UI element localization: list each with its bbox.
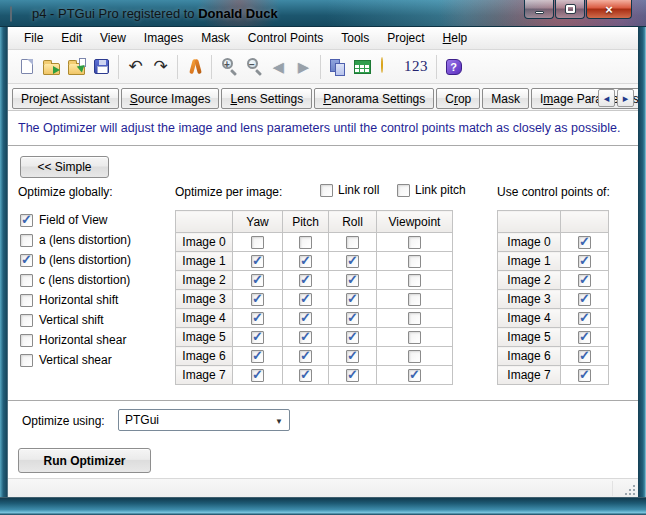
tab-crop[interactable]: Crop (436, 88, 480, 109)
zoom-in-button[interactable]: + (216, 53, 241, 80)
viewpoint-checkbox[interactable] (408, 312, 421, 325)
horizontal-shift-checkbox[interactable] (20, 294, 33, 307)
yaw-checkbox[interactable] (251, 331, 264, 344)
use-cp-checkbox[interactable] (578, 274, 591, 287)
horizontal-shear-checkbox[interactable] (20, 334, 33, 347)
c-distortion-checkbox[interactable] (20, 274, 33, 287)
resize-grip[interactable] (633, 493, 635, 495)
pitch-checkbox[interactable] (299, 255, 312, 268)
pitch-checkbox[interactable] (299, 312, 312, 325)
menu-view[interactable]: View (91, 27, 135, 49)
viewpoint-checkbox[interactable] (408, 331, 421, 344)
tab-source-images[interactable]: Source Images (121, 88, 220, 109)
option-label[interactable]: Vertical shear (39, 353, 112, 367)
menu-file[interactable]: File (15, 27, 52, 49)
roll-checkbox[interactable] (346, 331, 359, 344)
b-distortion-checkbox[interactable] (20, 254, 33, 267)
option-label[interactable]: Field of View (39, 213, 107, 227)
link-roll-label[interactable]: Link roll (338, 183, 379, 197)
titlebar[interactable]: p4 - PTGui Pro registered to Donald Duck… (0, 0, 646, 27)
option-label[interactable]: Horizontal shear (39, 333, 126, 347)
tab-scroll-left-button[interactable]: ◂ (598, 89, 615, 107)
next-image-button[interactable]: ▶ (291, 53, 316, 80)
option-label[interactable]: c (lens distortion) (39, 273, 130, 287)
vertical-shear-checkbox[interactable] (20, 354, 33, 367)
maximize-button[interactable] (555, 0, 585, 19)
minimize-button[interactable] (524, 0, 554, 19)
pitch-checkbox[interactable] (299, 274, 312, 287)
use-cp-checkbox[interactable] (578, 293, 591, 306)
numeric-transform-button[interactable]: 123 (400, 53, 432, 80)
save-as-button[interactable] (64, 53, 89, 80)
yaw-checkbox[interactable] (251, 350, 264, 363)
use-cp-checkbox[interactable] (578, 331, 591, 344)
help-button[interactable]: ? (441, 53, 466, 80)
new-project-button[interactable] (14, 53, 39, 80)
menu-images[interactable]: Images (135, 27, 192, 49)
hint-button[interactable] (375, 53, 400, 80)
option-label[interactable]: Horizontal shift (39, 293, 118, 307)
menu-control-points[interactable]: Control Points (239, 27, 332, 49)
detail-table-button[interactable] (350, 53, 375, 80)
yaw-checkbox[interactable] (251, 312, 264, 325)
close-button[interactable]: × (586, 0, 632, 19)
use-cp-checkbox[interactable] (578, 255, 591, 268)
yaw-checkbox[interactable] (251, 255, 264, 268)
save-button[interactable] (89, 53, 114, 80)
tools-button[interactable] (182, 53, 207, 80)
pitch-checkbox[interactable] (299, 236, 312, 249)
tab-panorama-settings[interactable]: Panorama Settings (314, 88, 434, 109)
option-label[interactable]: a (lens distortion) (39, 233, 131, 247)
use-cp-checkbox[interactable] (578, 350, 591, 363)
yaw-checkbox[interactable] (251, 369, 264, 382)
yaw-checkbox[interactable] (251, 274, 264, 287)
use-cp-checkbox[interactable] (578, 369, 591, 382)
tab-scroll-right-button[interactable]: ▸ (617, 89, 634, 107)
tab-project-assistant[interactable]: Project Assistant (12, 88, 119, 109)
roll-checkbox[interactable] (346, 369, 359, 382)
link-roll-checkbox[interactable] (320, 184, 333, 197)
viewpoint-checkbox[interactable] (408, 293, 421, 306)
open-project-button[interactable] (39, 53, 64, 80)
simple-mode-button[interactable]: << Simple (20, 156, 109, 178)
app-icon[interactable] (10, 7, 25, 20)
roll-checkbox[interactable] (346, 255, 359, 268)
previous-image-button[interactable]: ◀ (266, 53, 291, 80)
a-distortion-checkbox[interactable] (20, 234, 33, 247)
viewpoint-checkbox[interactable] (408, 236, 421, 249)
roll-checkbox[interactable] (346, 312, 359, 325)
zoom-out-button[interactable]: − (241, 53, 266, 80)
menu-mask[interactable]: Mask (192, 27, 239, 49)
vertical-shift-checkbox[interactable] (20, 314, 33, 327)
roll-checkbox[interactable] (346, 350, 359, 363)
use-cp-checkbox[interactable] (578, 236, 591, 249)
pitch-checkbox[interactable] (299, 293, 312, 306)
yaw-checkbox[interactable] (251, 236, 264, 249)
menu-project[interactable]: Project (378, 27, 433, 49)
viewpoint-checkbox[interactable] (408, 255, 421, 268)
redo-button[interactable]: ↷ (148, 53, 173, 80)
run-optimizer-button[interactable]: Run Optimizer (18, 448, 151, 473)
menu-help[interactable]: Help (434, 27, 477, 49)
roll-checkbox[interactable] (346, 236, 359, 249)
tab-lens-settings[interactable]: Lens Settings (221, 88, 312, 109)
viewpoint-checkbox[interactable] (408, 350, 421, 363)
undo-button[interactable]: ↶ (123, 53, 148, 80)
menu-tools[interactable]: Tools (332, 27, 378, 49)
tab-mask[interactable]: Mask (482, 88, 529, 109)
panorama-editor-button[interactable] (325, 53, 350, 80)
roll-checkbox[interactable] (346, 293, 359, 306)
pitch-checkbox[interactable] (299, 331, 312, 344)
option-label[interactable]: b (lens distortion) (39, 253, 131, 267)
field-of-view-checkbox[interactable] (20, 214, 33, 227)
roll-checkbox[interactable] (346, 274, 359, 287)
link-pitch-label[interactable]: Link pitch (415, 183, 466, 197)
link-pitch-checkbox[interactable] (397, 184, 410, 197)
viewpoint-checkbox[interactable] (408, 369, 421, 382)
pitch-checkbox[interactable] (299, 350, 312, 363)
use-cp-checkbox[interactable] (578, 312, 591, 325)
menu-edit[interactable]: Edit (52, 27, 91, 49)
optimize-using-dropdown[interactable]: PTGui ▼ (118, 409, 290, 431)
pitch-checkbox[interactable] (299, 369, 312, 382)
viewpoint-checkbox[interactable] (408, 274, 421, 287)
